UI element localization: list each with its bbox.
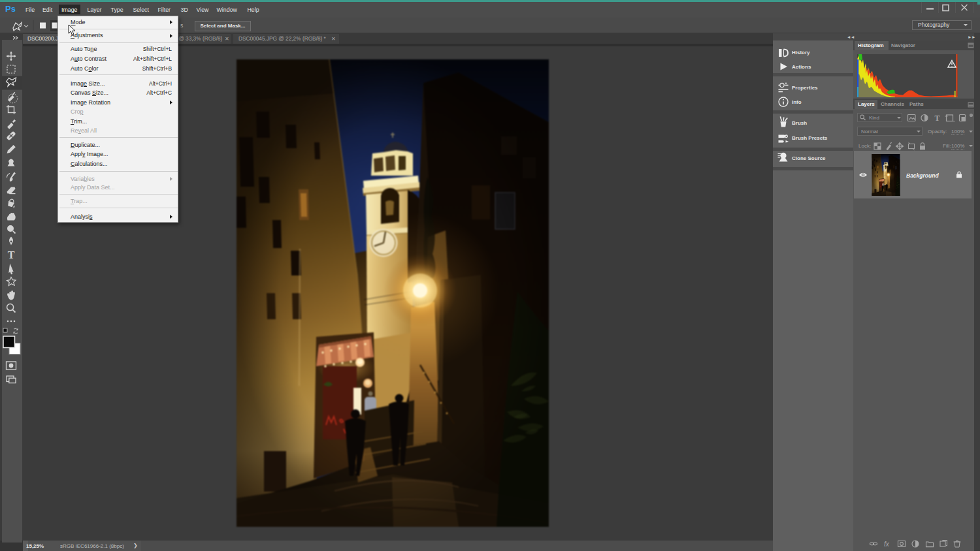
svg-text:T: T	[8, 249, 15, 260]
svg-text:T: T	[935, 114, 940, 123]
svg-text:fx: fx	[884, 541, 890, 548]
